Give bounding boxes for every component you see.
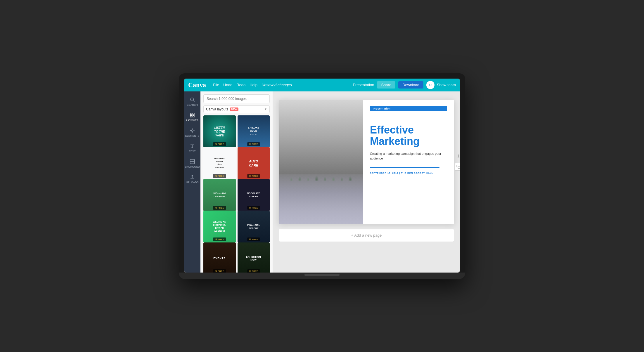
download-button[interactable]: Download — [398, 81, 423, 89]
slide-title: Effective Marketing — [370, 124, 447, 147]
template-card-listen[interactable]: LISTENTO THEWAVE ♛ FREE — [203, 115, 236, 148]
layouts-filter: Canva layouts NEW ▼ — [200, 105, 273, 115]
template-title-sailors: SAILORSCLUBEST. 86 — [239, 126, 268, 136]
svg-rect-3 — [193, 113, 194, 115]
show-team-label: Show team — [437, 83, 456, 87]
crown-icon-autocare: ♛ — [249, 175, 251, 177]
slide-subtitle: Creating a marketing campaign that engag… — [370, 151, 447, 161]
template-title-exhibition: EXHIBITIONNOW — [239, 256, 268, 262]
search-input[interactable] — [203, 94, 270, 103]
laptop-base — [179, 273, 465, 279]
sidebar-item-elements[interactable]: ELEMENTS — [184, 125, 200, 140]
slide-divider-line — [370, 167, 439, 168]
free-badge-business: ♛ FREE — [213, 174, 226, 178]
chevron-down-icon: ▼ — [264, 107, 267, 111]
template-card-autocare[interactable]: AUTOCARE ♛ FREE — [238, 147, 270, 179]
topbar-nav: File Undo Redo Help Unsaved changes — [213, 83, 292, 87]
template-title-financial: FINANCIALREPORT — [239, 224, 268, 230]
svg-rect-4 — [190, 115, 192, 117]
crown-icon-business: ♛ — [215, 175, 217, 177]
sidebar-elements-label: ELEMENTS — [185, 134, 200, 137]
help-menu[interactable]: Help — [250, 83, 257, 87]
slide-presentation-tag: Presentation — [370, 106, 447, 111]
free-badge-pragency: ♛ FREE — [213, 237, 226, 241]
template-card-sailors[interactable]: SAILORSCLUBEST. 86 ♛ FREE — [238, 115, 270, 148]
canvas-area[interactable]: Presentation Effective Marketing Creatin… — [273, 91, 460, 273]
show-team-button[interactable]: U Show team — [426, 81, 456, 89]
text-icon — [189, 143, 195, 149]
template-card-events[interactable]: EVENTS ♛ FREE — [203, 242, 236, 273]
topbar-right: Presentation Share Download U Show team — [353, 81, 456, 89]
slide-title-line1: Effective — [370, 124, 414, 136]
template-card-exhibition[interactable]: EXHIBITIONNOW ♛ FREE — [238, 242, 270, 273]
undo-button[interactable]: Undo — [223, 83, 232, 87]
svg-rect-2 — [190, 113, 192, 115]
share-button[interactable]: Share — [377, 81, 395, 89]
sidebar-item-background[interactable]: BKGROUND — [184, 156, 200, 171]
crown-icon: ♛ — [215, 143, 217, 145]
laptop-frame: Canva File Undo Redo Help Unsaved change… — [179, 73, 465, 279]
templates-grid: LISTENTO THEWAVE ♛ FREE SAILORSCLUBEST. … — [200, 115, 273, 273]
sidebar-item-layouts[interactable]: LAYOUTS — [184, 110, 200, 124]
uploads-icon — [189, 174, 195, 180]
free-badge-sailors: ♛ FREE — [247, 142, 260, 146]
main-content: SEARCH LAYOUTS — [184, 91, 460, 273]
template-card-financial[interactable]: FINANCIALREPORT ♛ FREE — [238, 211, 270, 243]
sidebar-uploads-label: UPLOADS — [186, 181, 198, 184]
free-badge-financial: ♛ FREE — [247, 237, 260, 241]
template-title-listen: LISTENTO THEWAVE — [205, 126, 234, 137]
sidebar: SEARCH LAYOUTS — [184, 91, 200, 273]
template-title-lifehacks: 5 EssentialLife Hacks — [205, 192, 234, 198]
templates-panel: Canva layouts NEW ▼ LISTENTO THEWAVE ♛ F… — [200, 91, 273, 273]
free-badge-exhibition: ♛ FREE — [247, 269, 260, 272]
svg-line-1 — [193, 100, 194, 102]
sidebar-item-uploads[interactable]: UPLOADS — [184, 172, 200, 186]
crown-icon-pragency: ♛ — [215, 238, 217, 241]
template-title-pragency: WE ARE ANINDEPEND-ENT PRAGENCY! — [205, 221, 234, 233]
crown-icon-lifehacks: ♛ — [215, 207, 217, 209]
template-card-business[interactable]: BusinessModelthisDecade ♛ FREE — [203, 147, 236, 179]
free-badge-lifehacks: ♛ FREE — [213, 206, 226, 210]
template-title-events: EVENTS — [205, 257, 234, 260]
slide-date: SEPTEMBER 15, 2017 | THE BEN DORSEY HALL — [370, 172, 447, 174]
free-badge-nocolate: ♛ FREE — [247, 206, 260, 210]
slide-container: Presentation Effective Marketing Creatin… — [279, 100, 454, 224]
sidebar-item-search[interactable]: SEARCH — [184, 94, 200, 109]
sidebar-background-label: BKGROUND — [185, 165, 200, 168]
svg-point-0 — [191, 98, 194, 101]
free-badge-autocare: ♛ FREE — [247, 174, 260, 178]
unsaved-changes-label: Unsaved changes — [262, 83, 292, 87]
user-avatar: U — [426, 81, 434, 89]
forest-detail — [279, 106, 363, 181]
canva-logo[interactable]: Canva — [188, 81, 206, 89]
crown-icon-nocolate: ♛ — [249, 207, 251, 209]
sidebar-text-label: TEXT — [189, 150, 195, 153]
template-card-pragency[interactable]: WE ARE ANINDEPEND-ENT PRAGENCY! ♛ FREE — [203, 211, 236, 243]
crown-icon-exhibition: ♛ — [249, 270, 251, 272]
topbar: Canva File Undo Redo Help Unsaved change… — [184, 79, 460, 91]
add-page-button[interactable]: + Add a new page — [279, 229, 454, 242]
sidebar-item-text[interactable]: TEXT — [184, 141, 200, 155]
file-menu[interactable]: File — [213, 83, 219, 87]
page-number: 1 — [457, 154, 460, 158]
redo-button[interactable]: Redo — [236, 83, 245, 87]
template-card-lifehacks[interactable]: 5 EssentialLife Hacks ♛ FREE — [203, 179, 236, 211]
filter-dropdown[interactable]: Canva layouts NEW ▼ — [203, 105, 270, 113]
elements-icon — [189, 128, 195, 133]
crown-icon-sailors: ♛ — [249, 143, 251, 145]
svg-rect-8 — [458, 166, 460, 169]
slide-title-line2: Marketing — [370, 135, 420, 147]
free-badge-events: ♛ FREE — [213, 269, 226, 272]
sidebar-layouts-label: LAYOUTS — [186, 119, 198, 122]
layouts-icon — [189, 112, 195, 118]
svg-point-6 — [191, 130, 193, 131]
copy-slide-button[interactable] — [455, 163, 460, 171]
svg-rect-5 — [193, 115, 194, 117]
template-card-nocolate[interactable]: NOCOLATEATELIER ♛ FREE — [238, 179, 270, 211]
new-badge: NEW — [230, 107, 238, 111]
crown-icon-events: ♛ — [215, 270, 217, 272]
slide[interactable]: Presentation Effective Marketing Creatin… — [279, 100, 454, 224]
laptop-screen: Canva File Undo Redo Help Unsaved change… — [184, 79, 460, 273]
background-icon — [189, 159, 195, 164]
template-title-business: BusinessModelthisDecade — [205, 157, 234, 169]
